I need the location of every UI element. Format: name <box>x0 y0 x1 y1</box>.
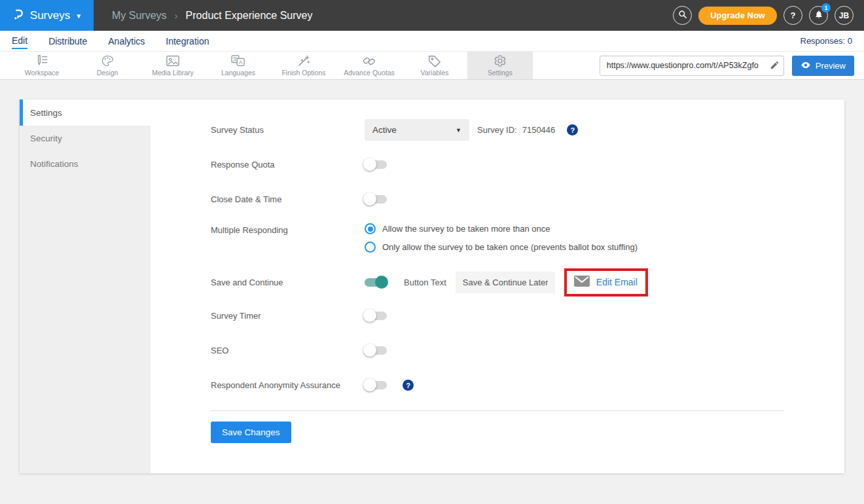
radio-button[interactable] <box>365 242 376 253</box>
breadcrumb-survey-title: Product Experience Survey <box>186 10 313 22</box>
divider <box>211 410 784 411</box>
chain-link-icon <box>362 54 376 67</box>
row-survey-timer: Survey Timer <box>211 305 844 327</box>
close-date-label: Close Date & Time <box>211 194 365 204</box>
tool-tab-settings[interactable]: Settings <box>467 52 533 79</box>
tool-tab-languages[interactable]: 文A Languages <box>206 52 271 79</box>
response-quota-label: Response Quota <box>211 160 365 170</box>
tool-tab-variables[interactable]: Variables <box>402 52 467 79</box>
save-and-continue-label: Save and Continue <box>211 278 365 287</box>
survey-timer-label: Survey Timer <box>211 311 365 321</box>
survey-id-help-icon[interactable]: ? <box>567 124 578 135</box>
row-seo: SEO <box>211 340 844 361</box>
breadcrumb-my-surveys[interactable]: My Surveys <box>112 10 167 22</box>
radio-option-once[interactable]: Only allow the survey to be taken once (… <box>365 242 638 253</box>
envelope-icon <box>574 276 590 289</box>
close-date-toggle[interactable] <box>365 195 387 204</box>
editor-toolbar: Workspace Design Media Library 文A Langua… <box>0 51 864 80</box>
tool-tab-label: Design <box>97 69 118 77</box>
toolbar-right: Preview <box>600 52 864 79</box>
product-menu-label: Surveys <box>30 9 70 22</box>
search-icon <box>678 10 687 21</box>
anonymity-help-icon[interactable]: ? <box>403 380 414 391</box>
sidebar-item-label: Notifications <box>30 159 79 169</box>
search-button[interactable] <box>673 6 692 25</box>
top-header: Surveys ▼ My Surveys › Product Experienc… <box>0 0 864 31</box>
sidebar-item-security[interactable]: Security <box>20 126 151 151</box>
radio-option-label: Only allow the survey to be taken once (… <box>382 242 638 252</box>
tool-tab-workspace[interactable]: Workspace <box>9 52 75 79</box>
multiple-responding-options: Allow the survey to be taken more than o… <box>365 223 638 253</box>
toggle-knob <box>363 309 376 322</box>
edit-email-highlight-box: Edit Email <box>564 268 648 297</box>
toggle-knob <box>363 344 376 357</box>
breadcrumb: My Surveys › Product Experience Survey <box>112 10 312 22</box>
toggle-knob <box>375 276 388 289</box>
image-icon <box>166 54 180 67</box>
radio-option-multiple[interactable]: Allow the survey to be taken more than o… <box>365 223 638 234</box>
avatar[interactable]: JB <box>835 6 854 25</box>
tool-tab-media-library[interactable]: Media Library <box>140 52 206 79</box>
radio-option-label: Allow the survey to be taken more than o… <box>382 224 550 234</box>
notifications-button[interactable]: 1 <box>809 6 828 25</box>
edit-email-link[interactable]: Edit Email <box>596 277 638 287</box>
edit-url-pencil-icon[interactable] <box>770 60 780 73</box>
button-text-input[interactable] <box>456 272 555 293</box>
row-multiple-responding: Multiple Responding Allow the survey to … <box>211 223 844 253</box>
tool-tab-design[interactable]: Design <box>75 52 140 79</box>
tab-edit[interactable]: Edit <box>12 33 27 49</box>
settings-card: Settings Security Notifications Survey S… <box>20 99 844 473</box>
preview-button[interactable]: Preview <box>792 56 854 76</box>
breadcrumb-separator-icon: › <box>175 10 178 21</box>
upgrade-now-button[interactable]: Upgrade Now <box>698 7 777 25</box>
seo-toggle[interactable] <box>365 346 387 355</box>
button-text-label: Button Text <box>404 278 446 287</box>
survey-url-input[interactable] <box>600 56 784 76</box>
pencil-list-icon <box>35 54 49 67</box>
response-quota-toggle[interactable] <box>365 160 387 169</box>
tool-tab-finish-options[interactable]: Finish Options <box>271 52 336 79</box>
avatar-initials: JB <box>839 11 849 20</box>
save-changes-button[interactable]: Save Changes <box>211 422 291 443</box>
tag-icon <box>427 54 442 67</box>
multiple-responding-label: Multiple Responding <box>211 223 365 235</box>
translate-icon: 文A <box>230 54 246 67</box>
chevron-down-icon: ▼ <box>456 127 461 134</box>
preview-label: Preview <box>816 61 846 71</box>
respondent-anonymity-label: Respondent Anonymity Assurance <box>211 380 365 390</box>
help-button[interactable]: ? <box>783 6 802 25</box>
row-close-date: Close Date & Time <box>211 189 844 210</box>
tool-tab-label: Advance Quotas <box>344 69 395 77</box>
tool-tab-label: Finish Options <box>281 69 325 77</box>
bell-icon <box>814 10 823 21</box>
survey-id-value: 7150446 <box>522 125 556 135</box>
sidebar-item-settings[interactable]: Settings <box>20 99 151 126</box>
survey-url-wrap <box>600 56 784 76</box>
toggle-knob <box>363 192 376 206</box>
respondent-anonymity-toggle[interactable] <box>365 381 387 389</box>
settings-content: Survey Status Active ▼ Survey ID: 715044… <box>151 99 844 473</box>
question-mark-icon: ? <box>791 10 796 20</box>
save-and-continue-toggle[interactable] <box>365 278 387 287</box>
tool-tab-advance-quotas[interactable]: Advance Quotas <box>336 52 402 79</box>
tab-integration[interactable]: Integration <box>166 33 209 48</box>
survey-status-dropdown[interactable]: Active ▼ <box>365 119 469 141</box>
primary-nav: Edit Distribute Analytics Integration Re… <box>0 31 864 51</box>
sidebar-item-label: Settings <box>30 108 62 118</box>
row-respondent-anonymity: Respondent Anonymity Assurance ? <box>211 374 844 396</box>
sidebar-item-notifications[interactable]: Notifications <box>20 151 151 177</box>
survey-timer-toggle[interactable] <box>365 312 387 320</box>
tool-tab-label: Languages <box>221 69 255 77</box>
product-switcher[interactable]: Surveys ▼ <box>0 0 94 31</box>
radio-button[interactable] <box>365 223 376 234</box>
tab-analytics[interactable]: Analytics <box>108 33 145 48</box>
responses-count: Responses: 0 <box>801 36 853 46</box>
header-actions: Upgrade Now ? 1 JB <box>673 6 864 25</box>
questionpro-logo-icon <box>12 8 25 24</box>
toggle-knob <box>363 378 376 391</box>
palette-icon <box>101 54 114 67</box>
toggle-knob <box>363 158 376 171</box>
tab-distribute[interactable]: Distribute <box>48 33 87 48</box>
notification-badge: 1 <box>821 3 831 12</box>
seo-label: SEO <box>211 346 365 355</box>
